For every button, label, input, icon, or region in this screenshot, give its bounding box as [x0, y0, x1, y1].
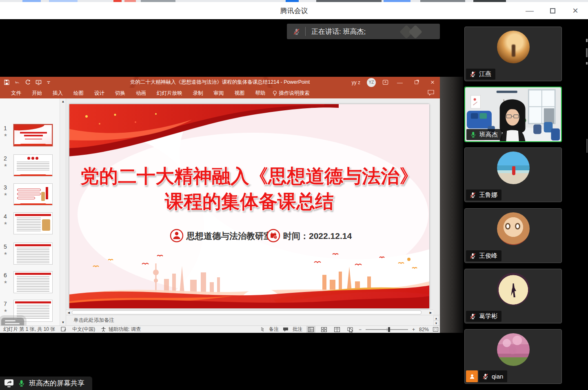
participant-tile-wangjunfeng[interactable]: 王俊峰	[464, 208, 562, 263]
lightbulb-icon	[273, 90, 277, 96]
participant-tile-wangluna[interactable]: 王鲁娜	[464, 147, 562, 202]
maximize-button[interactable]	[546, 4, 559, 17]
animation-star-icon: ★	[4, 251, 7, 256]
ppt-ribbon-tabs: 文件 开始 插入 绘图 设计 切换 动画 幻灯片放映 录制 审阅 视图 帮助 操…	[0, 88, 440, 98]
slide-thumbnail-3[interactable]	[13, 183, 53, 205]
accessibility-status[interactable]: 辅助功能: 调查	[109, 326, 141, 333]
tab-design[interactable]: 设计	[89, 88, 110, 98]
scroll-down-icon[interactable]: ▼	[60, 319, 66, 325]
slideshow-view-button[interactable]	[346, 326, 355, 333]
start-slideshow-icon[interactable]	[36, 80, 42, 85]
time-text: 时间：2022.12.14	[283, 231, 352, 241]
fit-slide-to-window-button[interactable]	[433, 327, 438, 332]
slide-thumbnail-2[interactable]	[13, 154, 53, 176]
name-tag: qian	[466, 370, 507, 382]
avatar	[497, 333, 530, 366]
search-label: 操作说明搜索	[279, 90, 310, 97]
slide-horizontal-scrollbar[interactable]: ◀ ▶	[66, 310, 433, 315]
minimize-button[interactable]: —	[524, 4, 536, 17]
tab-home[interactable]: 开始	[27, 88, 47, 98]
horizontal-scroll-thumb[interactable]	[72, 310, 422, 314]
comments-panel-icon[interactable]	[428, 90, 434, 96]
slide-thumbnail-4[interactable]	[13, 212, 53, 234]
ppt-minimize-button[interactable]: —	[395, 79, 405, 86]
participant-tile-jiangyan[interactable]: 江燕	[464, 27, 562, 81]
tab-transitions[interactable]: 切换	[110, 88, 131, 98]
dept-text: 思想道德与法治教研室	[186, 231, 272, 241]
desktop-background-band	[440, 77, 463, 333]
edge-artifact	[586, 139, 588, 153]
participant-name: 班高杰	[479, 131, 498, 138]
reading-view-button[interactable]	[333, 326, 342, 333]
thumb-number: 6	[4, 272, 11, 279]
share-label-text: 班高杰的屏幕共享	[29, 379, 84, 388]
tab-animations[interactable]: 动画	[131, 88, 151, 98]
tab-view[interactable]: 视图	[229, 88, 250, 98]
normal-view-button[interactable]	[306, 326, 315, 333]
participant-tile-qian[interactable]: qian	[464, 329, 562, 384]
avatar	[497, 273, 530, 305]
undo-icon[interactable]	[14, 80, 20, 85]
scroll-down-icon[interactable]: ▼	[433, 321, 439, 325]
notes-pane[interactable]: 单击此处添加备注 ▲ ▼	[66, 315, 440, 325]
slide-thumbnail-6[interactable]	[13, 271, 53, 293]
animation-star-icon: ★	[4, 308, 7, 313]
ribbon-display-options-icon[interactable]	[382, 80, 388, 85]
redo-icon[interactable]	[25, 80, 31, 85]
language-status[interactable]: 中文(中国)	[72, 326, 95, 333]
accessibility-icon[interactable]	[101, 327, 106, 332]
animation-star-icon: ★	[4, 280, 7, 284]
tab-draw[interactable]: 绘图	[68, 88, 89, 98]
slide-thumbnail-1[interactable]	[13, 124, 53, 146]
slide-thumbnail-5[interactable]	[13, 243, 53, 265]
tab-file[interactable]: 文件	[6, 88, 27, 98]
scroll-up-icon[interactable]: ▲	[433, 316, 439, 321]
slide-canvas[interactable]: 党的二十大精神融入《思想道德与法治》 课程的集体备课总结 思想道德与法治教研室	[69, 104, 429, 308]
participants-panel: 江燕	[463, 19, 588, 390]
zoom-slider[interactable]	[366, 329, 408, 330]
ppt-close-button[interactable]: ×	[428, 78, 437, 87]
tab-review[interactable]: 审阅	[209, 88, 229, 98]
save-icon[interactable]	[4, 80, 9, 85]
edge-artifact	[586, 48, 588, 57]
tell-me-search[interactable]: 操作说明搜索	[273, 90, 310, 97]
close-button[interactable]: ×	[569, 4, 581, 17]
powerpoint-window: 党的二十大精神融入《思想道德与法治》课程的集体备课总结1214 - PowerP…	[0, 77, 440, 333]
zoom-level[interactable]: 82%	[419, 327, 429, 332]
animation-star-icon: ★	[4, 221, 7, 225]
tab-slideshow[interactable]: 幻灯片放映	[151, 88, 188, 98]
ppt-status-bar: 幻灯片 第 1 张, 共 10 张 中文(中国) 辅助功能: 调查 备注 批注	[0, 325, 440, 333]
comments-toggle[interactable]: 批注	[293, 326, 302, 333]
qat-customize-icon[interactable]	[47, 80, 51, 85]
participant-tile-gexuebin[interactable]: 葛学彬	[464, 269, 562, 323]
slide-sorter-view-button[interactable]	[320, 326, 328, 333]
person-icon	[175, 232, 178, 235]
zoom-slider-thumb[interactable]	[388, 327, 390, 332]
account-avatar[interactable]: YZ	[367, 78, 376, 87]
thumb-number: 5	[4, 243, 11, 250]
notes-scroll-arrows[interactable]: ▲ ▼	[433, 316, 439, 325]
tab-record[interactable]: 录制	[188, 88, 209, 98]
notes-placeholder: 单击此处添加备注	[73, 317, 114, 324]
screen: 腾讯会议 — × 正在讲话: 班高杰;	[0, 0, 588, 390]
display-settings-icon[interactable]	[61, 327, 67, 332]
participant-name: 王俊峰	[479, 252, 497, 260]
thumb-number: 2	[4, 155, 11, 162]
meeting-floating-toolbar[interactable]	[1, 318, 24, 325]
thumbnail-scrollbar[interactable]: ▲ ▼	[60, 98, 66, 325]
tab-insert[interactable]: 插入	[47, 88, 68, 98]
mic-muted-icon	[469, 71, 476, 78]
account-name[interactable]: yy z	[352, 80, 360, 85]
participant-tile-bangaojie[interactable]: 班高杰	[464, 87, 562, 142]
speaking-status-pill: 正在讲话: 班高杰;	[287, 24, 440, 39]
edge-artifact	[586, 39, 588, 42]
scroll-up-icon[interactable]: ▲	[60, 98, 66, 105]
tab-help[interactable]: 帮助	[250, 88, 271, 98]
zoom-out-button[interactable]: −	[359, 327, 362, 332]
notes-toggle[interactable]: 备注	[269, 326, 279, 333]
mic-muted-icon	[482, 373, 489, 380]
ppt-restore-button[interactable]	[411, 80, 421, 84]
zoom-in-button[interactable]: +	[412, 327, 415, 332]
thumb-number: 3	[4, 184, 11, 191]
mic-on-icon	[18, 379, 25, 387]
